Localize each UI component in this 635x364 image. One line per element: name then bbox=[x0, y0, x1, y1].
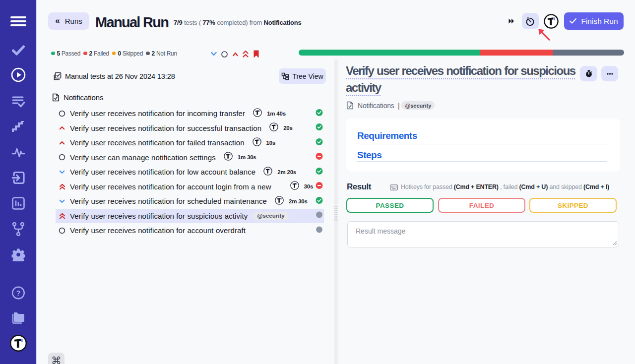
svg-text:?: ? bbox=[16, 289, 20, 297]
